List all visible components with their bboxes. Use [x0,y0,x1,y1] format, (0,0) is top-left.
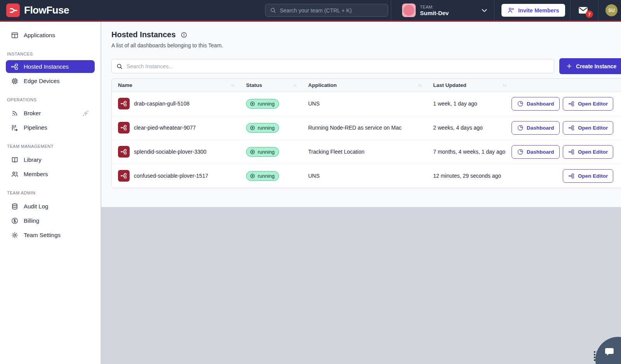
status-badge: running [246,147,279,157]
open-editor-button[interactable]: Open Editor [563,97,613,111]
instance-icon [118,122,130,133]
chevron-down-icon[interactable] [480,7,488,14]
sidebar-item-library[interactable]: Library [0,153,101,167]
sort-icon[interactable]: ↑↓ [231,83,234,87]
main-area: Hosted Instances A list of all dashboard… [101,22,621,364]
instance-name-cell[interactable]: clear-pied-wheatear-9077 [118,122,236,133]
top-navbar: FlowFuse TEAM: Sumit-Dev Invite Membe [0,0,621,22]
user-avatar[interactable]: SU [605,4,618,16]
sidebar-item-pipelines[interactable]: Pipelines [0,120,101,135]
sort-icon[interactable]: ↑↓ [503,83,506,87]
table-header-row: Name↑↓ Status↑↓ Application↑↓ Last Updat… [112,79,621,92]
application-cell: UNS [302,92,427,116]
instance-name: drab-caspian-gull-5108 [134,101,189,107]
sidebar-item-broker[interactable]: Broker [0,106,101,120]
dashboard-button[interactable]: Dashboard [512,121,560,135]
running-icon [250,125,255,131]
sidebar-item-edge-devices[interactable]: Edge Devices [0,74,101,88]
open-editor-icon [568,149,575,155]
column-header-application[interactable]: Application↑↓ [302,79,427,92]
sidebar-item-audit-log[interactable]: Audit Log [0,199,101,213]
instance-name-cell[interactable]: drab-caspian-gull-5108 [118,98,236,109]
column-header-actions [563,79,621,92]
last-updated-cell: 12 minutes, 29 seconds ago [427,164,512,188]
dashboard-button[interactable]: Dashboard [512,97,560,111]
sidebar-item-billing[interactable]: Billing [0,213,101,228]
instances-table: Name↑↓ Status↑↓ Application↑↓ Last Updat… [112,79,621,188]
sidebar-item-label: Library [24,156,42,163]
dashboard-icon [517,149,524,155]
sidebar-item-label: Broker [24,110,41,116]
table-row[interactable]: drab-caspian-gull-5108 running UNS 1 wee… [112,92,621,116]
dashboard-icon [517,125,524,131]
sort-icon[interactable]: ↑↓ [418,83,422,87]
notifications-button[interactable]: 7 [578,5,589,16]
page-content: Hosted Instances A list of all dashboard… [101,22,621,207]
team-search[interactable] [265,4,388,17]
instance-name-cell[interactable]: confused-sociable-plover-1517 [118,170,236,182]
brand-name: FlowFuse [24,4,69,16]
column-header-name[interactable]: Name↑↓ [112,79,240,92]
team-avatar [402,3,416,17]
column-header-last-updated[interactable]: Last Updated↑↓ [427,79,512,92]
status-badge: running [246,123,279,133]
sparkles-icon [82,109,90,117]
table-row[interactable]: clear-pied-wheatear-9077 running Running… [112,116,621,140]
sidebar-section-operations: OPERATIONS [7,97,101,102]
sidebar-item-label: Team Settings [24,232,61,238]
instances-table-card: Name↑↓ Status↑↓ Application↑↓ Last Updat… [111,78,621,188]
last-updated-cell: 7 months, 4 weeks, 1 day ago [427,140,512,164]
invite-members-icon [507,7,515,14]
invite-members-button[interactable]: Invite Members [501,4,565,17]
broker-icon [11,109,19,117]
sidebar-section-instances: INSTANCES [7,52,101,56]
dashboard-icon [517,101,524,107]
chat-widget-button[interactable] [595,337,621,364]
running-icon [250,101,255,107]
nav-divider [494,0,494,21]
sidebar-item-hosted-instances[interactable]: Hosted Instances [6,60,95,73]
instance-icon [118,98,130,109]
instance-name-cell[interactable]: splendid-sociable-plover-3300 [118,146,236,158]
dashboard-button[interactable]: Dashboard [512,145,560,159]
application-cell: Tracking Fleet Location [302,140,427,164]
brand[interactable]: FlowFuse [6,3,69,17]
sidebar-item-label: Billing [24,217,39,224]
edge-devices-icon [11,77,19,85]
table-row[interactable]: splendid-sociable-plover-3300 running Tr… [112,140,621,164]
last-updated-cell: 1 week, 1 day ago [427,92,512,116]
instance-search[interactable] [111,59,554,73]
running-icon [250,173,255,179]
info-icon[interactable] [180,31,187,38]
instance-search-input[interactable] [127,63,550,69]
nav-divider [391,0,391,21]
sidebar-item-team-settings[interactable]: Team Settings [0,228,101,242]
open-editor-button[interactable]: Open Editor [563,145,613,159]
instance-name: confused-sociable-plover-1517 [134,173,208,179]
open-editor-icon [568,125,575,131]
team-selector[interactable]: TEAM: Sumit-Dev [402,3,449,17]
sidebar-item-applications[interactable]: Applications [0,28,101,42]
column-header-status[interactable]: Status↑↓ [240,79,302,92]
sidebar-section-team-admin: TEAM ADMIN [7,191,101,195]
sort-icon[interactable]: ↑↓ [293,83,297,87]
table-row[interactable]: confused-sociable-plover-1517 running UN… [112,164,621,188]
instance-icon [118,146,130,158]
applications-icon [11,31,19,39]
column-header-actions [512,79,563,92]
nav-divider [570,0,571,21]
last-updated-cell: 2 weeks, 4 days ago [427,116,512,140]
create-instance-button[interactable]: Create Instance [559,58,621,74]
open-editor-icon [568,101,575,107]
team-search-input[interactable] [280,7,383,14]
open-editor-button[interactable]: Open Editor [563,169,613,183]
sidebar-item-label: Edge Devices [24,78,60,84]
nav-divider [598,0,598,21]
application-cell: UNS [302,164,427,188]
sidebar-item-members[interactable]: Members [0,167,101,181]
open-editor-button[interactable]: Open Editor [563,121,613,135]
plus-icon [566,63,572,69]
sidebar-item-label: Pipelines [24,124,47,131]
sidebar-item-label: Audit Log [24,203,48,210]
application-cell: Running Node-RED as service on Mac [302,116,427,140]
